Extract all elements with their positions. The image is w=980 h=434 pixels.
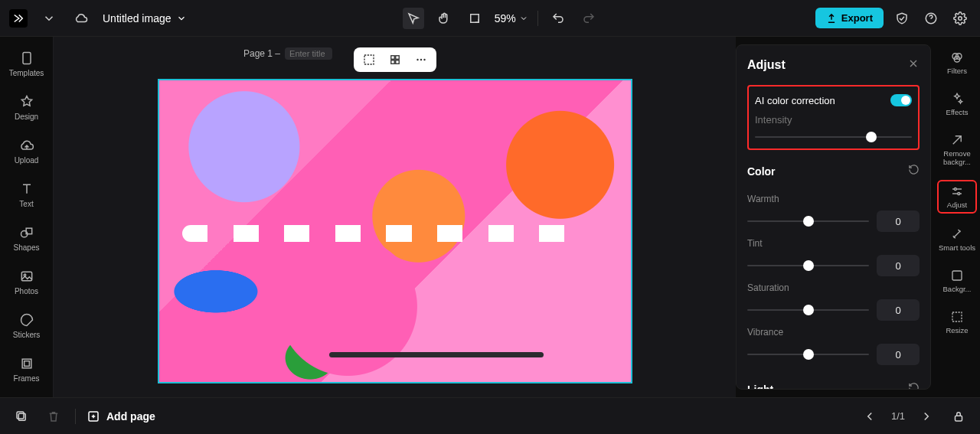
topbar: Untitled image 59% Export	[0, 0, 980, 37]
reset-color-icon[interactable]	[908, 164, 920, 178]
tab-remove-bg[interactable]: Remove backgr...	[937, 130, 977, 169]
shield-icon[interactable]	[891, 8, 913, 29]
chevron-down-icon[interactable]	[38, 8, 60, 29]
zoom-display[interactable]: 59%	[495, 12, 528, 24]
param-value-0[interactable]: 0	[877, 210, 920, 232]
prev-page-icon[interactable]	[859, 406, 880, 427]
svg-rect-0	[470, 14, 479, 22]
next-page-icon[interactable]	[916, 406, 937, 427]
svg-rect-6	[21, 272, 31, 281]
svg-rect-14	[395, 60, 399, 64]
param-slider-3[interactable]	[747, 354, 869, 355]
redo-button[interactable]	[578, 8, 599, 29]
param-value-2[interactable]: 0	[877, 299, 920, 321]
canvas-area: Page 1 –	[54, 37, 736, 397]
tab-background[interactable]: Backgr...	[937, 266, 977, 296]
param-value-3[interactable]: 0	[877, 344, 920, 365]
svg-rect-26	[952, 312, 962, 321]
svg-rect-12	[395, 56, 399, 60]
tab-adjust[interactable]: Adjust	[937, 180, 977, 214]
svg-rect-9	[24, 361, 29, 367]
svg-point-23	[954, 188, 956, 191]
duplicate-page-icon[interactable]	[11, 406, 32, 427]
canvas-image	[159, 80, 631, 382]
svg-rect-13	[390, 60, 394, 64]
intensity-slider[interactable]	[755, 136, 912, 138]
sidebar-item-shapes[interactable]: Shapes	[5, 222, 49, 255]
crop-tool[interactable]	[464, 8, 485, 29]
panel-title: Adjust	[747, 58, 786, 72]
title-text: Untitled image	[103, 12, 172, 24]
canvas-frame[interactable]	[158, 79, 632, 383]
horizontal-scrollbar[interactable]	[329, 352, 544, 357]
ai-cc-toggle[interactable]	[890, 94, 912, 106]
settings-icon[interactable]	[949, 8, 971, 29]
svg-rect-25	[952, 271, 962, 280]
svg-rect-27	[18, 413, 25, 420]
svg-rect-10	[364, 55, 374, 64]
close-icon[interactable]	[907, 57, 920, 73]
ai-cc-label: AI color correction	[755, 95, 835, 106]
sidebar-item-upload[interactable]: Upload	[5, 135, 49, 168]
add-page-button[interactable]: Add page	[87, 410, 155, 423]
undo-button[interactable]	[547, 8, 569, 29]
svg-point-24	[958, 193, 960, 195]
sidebar-item-stickers[interactable]: Stickers	[5, 309, 49, 342]
page-title-input[interactable]	[285, 47, 332, 60]
tab-filters[interactable]: Filters	[937, 47, 977, 78]
svg-rect-11	[390, 56, 394, 60]
left-rail: Templates Design Upload Text Shapes Phot…	[0, 37, 54, 397]
page-label: Page 1 –	[243, 47, 332, 60]
color-section-title: Color	[747, 165, 776, 178]
cloud-icon[interactable]	[70, 8, 92, 29]
sidebar-item-photos[interactable]: Photos	[5, 266, 49, 299]
bottombar: Add page 1/1	[0, 397, 980, 434]
svg-rect-28	[17, 412, 24, 419]
sidebar-item-text[interactable]: Text	[5, 178, 49, 211]
page-counter: 1/1	[891, 410, 905, 422]
tab-resize[interactable]: Resize	[937, 307, 977, 338]
svg-point-17	[423, 59, 425, 60]
param-label-0: Warmth	[747, 194, 920, 204]
svg-point-15	[416, 59, 418, 60]
sidebar-item-design[interactable]: Design	[5, 91, 49, 124]
lock-icon[interactable]	[948, 406, 969, 427]
reset-light-icon[interactable]	[908, 382, 920, 390]
expand-icon[interactable]	[387, 52, 403, 67]
param-label-3: Vibrance	[747, 327, 920, 338]
sidebar-item-templates[interactable]: Templates	[5, 47, 49, 80]
ai-color-correction-group: AI color correction Intensity	[747, 85, 920, 150]
intensity-label: Intensity	[755, 114, 912, 126]
tab-smart-tools[interactable]: Smart tools	[937, 224, 977, 255]
delete-page-icon[interactable]	[43, 406, 64, 427]
crop-icon[interactable]	[361, 52, 377, 67]
right-rail: Filters Effects Remove backgr... Adjust …	[934, 37, 980, 397]
param-label-1: Tint	[747, 238, 920, 249]
svg-point-2	[959, 16, 962, 20]
adjust-panel: Adjust AI color correction Intensity Col…	[736, 44, 931, 390]
selection-toolbar	[354, 47, 436, 72]
svg-point-16	[420, 59, 421, 60]
sidebar-item-frames[interactable]: Frames	[5, 353, 49, 386]
more-icon[interactable]	[413, 52, 429, 67]
light-section-title: Light	[747, 383, 773, 390]
hand-tool[interactable]	[433, 8, 455, 29]
param-value-1[interactable]: 0	[877, 255, 920, 276]
help-icon[interactable]	[920, 8, 942, 29]
param-slider-2[interactable]	[747, 309, 869, 311]
svg-rect-30	[956, 416, 962, 421]
select-tool[interactable]	[403, 8, 424, 29]
document-title[interactable]: Untitled image	[103, 12, 187, 24]
svg-rect-3	[23, 53, 31, 64]
param-slider-1[interactable]	[747, 265, 869, 266]
export-button[interactable]: Export	[815, 8, 884, 28]
param-label-2: Saturation	[747, 282, 920, 293]
app-logo[interactable]	[9, 9, 28, 28]
tab-effects[interactable]: Effects	[937, 89, 977, 119]
param-slider-0[interactable]	[747, 220, 869, 222]
